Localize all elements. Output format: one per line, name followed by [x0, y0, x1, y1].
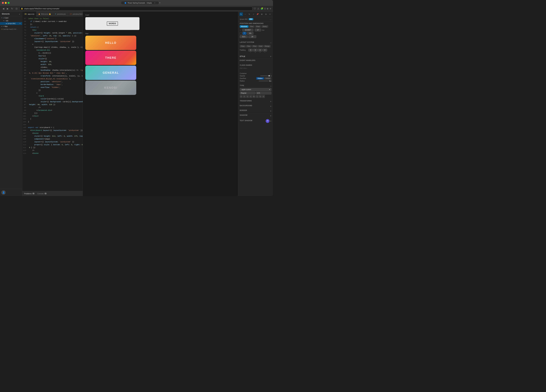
type-options-icon[interactable]: ○ [270, 85, 271, 87]
grid-tab[interactable]: Grid [258, 45, 263, 47]
code-line: 84 zIndex, [22, 66, 83, 69]
add-style-button[interactable]: + [270, 55, 271, 58]
padding-b-input[interactable] [258, 49, 262, 52]
font-family-dropdown[interactable]: -apple-system ▾ [240, 88, 271, 91]
card-kenobi-title: KENOBI [104, 86, 117, 90]
add-class-input[interactable]: Add class... [240, 67, 271, 69]
browser-tab[interactable]: 🔵 React Spring Example - Utopia × [121, 1, 158, 4]
element-options-button[interactable]: … [269, 18, 271, 20]
align-tool-button[interactable]: ⊞ [260, 13, 263, 16]
add-background-button[interactable]: + [270, 105, 271, 107]
overflow-hidden-button[interactable]: Hidden [256, 77, 264, 80]
minimize-button[interactable] [5, 2, 7, 4]
code-content[interactable]: 67 (when down is false) 68 if (!down) or… [22, 17, 83, 191]
layout-system-title: Layout System [240, 41, 254, 43]
font-size-input[interactable]: 14.5 [256, 92, 271, 94]
text-style-1-button[interactable]: B [253, 95, 255, 98]
reload-button[interactable]: ↻ [11, 7, 14, 10]
text-style-3-button[interactable]: U [259, 95, 262, 98]
cursor-tool-button[interactable]: ↖ [239, 13, 243, 16]
flex-tab[interactable]: Flex [246, 45, 252, 47]
selected-element-row: (props.title) DIV … [238, 17, 273, 21]
shield-icon[interactable]: 🛡 [254, 7, 256, 10]
tree-item-app[interactable]: ▸ ◇ App [0, 25, 22, 28]
percent-input[interactable] [247, 32, 254, 35]
add-border-button[interactable]: + [270, 110, 271, 112]
code-line: 100 })) [22, 112, 83, 115]
y-input[interactable] [255, 29, 261, 31]
padding-l-input[interactable] [263, 49, 267, 52]
text-style-4-button[interactable]: S [262, 95, 265, 98]
more-tool-button[interactable]: ≡ [268, 13, 272, 16]
preview-content[interactable]: Card WORDS App HELLO THERE [83, 12, 238, 196]
tab-preview-html[interactable]: </> preview.html [68, 12, 83, 17]
forward-button[interactable]: ▶ [6, 7, 9, 10]
align-center-button[interactable]: ≡ [243, 95, 246, 98]
card-hello[interactable]: HELLO [85, 36, 136, 50]
close-button[interactable] [2, 2, 4, 4]
distribute-tool-button[interactable]: ⊟ [264, 13, 268, 16]
flow-tab[interactable]: Flow [240, 45, 246, 47]
app-component-icon: ◇ [3, 26, 4, 27]
card-general[interactable]: GENERAL [85, 65, 136, 80]
tree-item-card[interactable]: ▾ ◇ Card [0, 16, 22, 19]
flow-button[interactable]: Flow [255, 25, 261, 28]
rotate-tool-button[interactable]: ↻ [248, 13, 251, 16]
add-transform-button[interactable]: + [270, 100, 271, 103]
card-kenobi[interactable]: KENOBI [85, 81, 136, 95]
puzzle-icon[interactable]: 🧩 [260, 7, 263, 10]
radius-slider[interactable] [259, 81, 268, 81]
back-button[interactable]: ◀ [2, 7, 5, 10]
opacity-slider[interactable] [260, 76, 270, 76]
opacity-slider-thumb[interactable] [268, 75, 270, 76]
padding-t-input[interactable] [248, 49, 253, 52]
font-weight-input[interactable]: Regular [240, 92, 255, 94]
align-right-button[interactable]: ≡ [246, 95, 249, 98]
font-options-row: Regular 14.5 [240, 92, 271, 94]
card-there[interactable]: THERE [85, 51, 136, 65]
overflow-visible-button[interactable]: Visible [264, 77, 271, 80]
new-tab-button[interactable]: + [159, 1, 161, 4]
menu-icon[interactable]: ≡ [270, 7, 271, 10]
move-tool-button[interactable]: ↔ [244, 13, 247, 16]
tree-item-props-title[interactable]: ◈ {props.title} 👁 [0, 22, 22, 25]
absolute-button[interactable]: Absolute [240, 25, 248, 28]
help-button[interactable]: ? [266, 119, 269, 123]
tab-welcome[interactable]: 🔥 Welcome 👋 [36, 12, 53, 17]
layout-system-collapse-button[interactable]: − [270, 42, 271, 44]
tree-label-app: App [5, 25, 8, 27]
console-tab[interactable]: Console 0 [37, 193, 47, 195]
scale-tool-button[interactable]: ⤢ [252, 13, 255, 16]
problems-tab[interactable]: Problems 0 [24, 193, 35, 195]
home-button[interactable]: ⊡ [15, 7, 18, 10]
height-input[interactable] [248, 35, 256, 38]
pin-tool-button[interactable]: 📌 [256, 13, 260, 16]
flex-button[interactable]: Flex [249, 25, 254, 28]
text-style-2-button[interactable]: I [256, 95, 259, 98]
tab-close-button[interactable]: × [154, 2, 155, 4]
panel-collapse-icon[interactable]: ⌄ [19, 13, 20, 15]
align-justify-button[interactable]: ≡ [249, 95, 252, 98]
container-options-button[interactable]: … [269, 72, 271, 74]
info-icon[interactable]: ℹ [265, 7, 265, 10]
eye-icon[interactable]: 👁 [19, 23, 21, 24]
address-bar[interactable]: 🔒 utopia.app/p/7b9a20ce-react-spring-exa… [20, 7, 253, 11]
align-left-button[interactable]: ≡ [240, 95, 243, 98]
x-input[interactable] [242, 29, 254, 31]
warning-icon[interactable]: ⚠ [257, 7, 259, 10]
avatar[interactable]: 👤 [1, 190, 6, 195]
tab-preview-jsx[interactable]: ⚛ preview.jsx [53, 12, 68, 17]
tree-item-div[interactable]: ▾ □ div [0, 19, 22, 22]
maximize-button[interactable] [8, 2, 10, 4]
add-text-shadow-button[interactable]: + [270, 120, 271, 122]
width-input[interactable] [240, 35, 248, 38]
tab-app-ui-js[interactable]: JS app.ui.js [22, 12, 36, 17]
pins-tab[interactable]: Pins [252, 45, 257, 47]
extension-icon[interactable]: ⊕ [267, 7, 268, 10]
padding-r-input[interactable] [253, 49, 258, 52]
t-input[interactable] [243, 32, 247, 35]
sticky-button[interactable]: Sticky [261, 25, 268, 28]
tree-item-springs[interactable]: ⚠ {springs.map(({ zIndex, shadow, y, sc [0, 28, 22, 30]
add-shadow-button[interactable]: + [270, 114, 271, 117]
group-tab[interactable]: Group [264, 45, 271, 47]
